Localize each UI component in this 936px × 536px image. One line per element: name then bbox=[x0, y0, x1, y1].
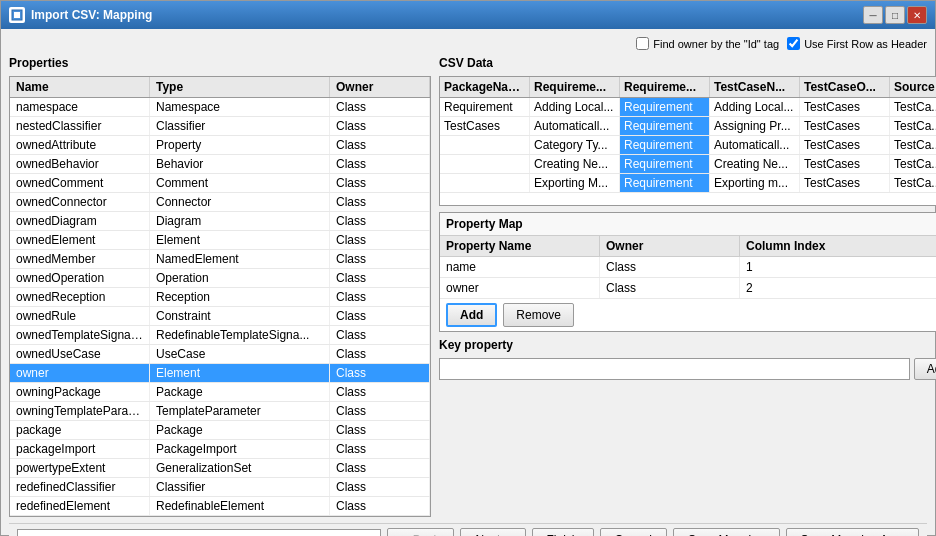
table-row[interactable]: ownedDiagramDiagramClass bbox=[10, 212, 430, 231]
prop-owner-cell: Class bbox=[330, 478, 430, 496]
next-button[interactable]: Next > bbox=[460, 528, 525, 536]
use-first-row-group: Use First Row as Header bbox=[787, 37, 927, 50]
property-map-body: nameClass1ownerClass2 bbox=[440, 257, 936, 299]
find-owner-label: Find owner by the "Id" tag bbox=[653, 38, 779, 50]
window-title: Import CSV: Mapping bbox=[31, 8, 152, 22]
csv-col-header: Requireme... bbox=[530, 77, 620, 97]
table-row[interactable]: ownedUseCaseUseCaseClass bbox=[10, 345, 430, 364]
csv-table-header: PackageName...Requireme...Requireme...Te… bbox=[440, 77, 936, 98]
csv-col-header: TestCaseN... bbox=[710, 77, 800, 97]
property-map-remove-button[interactable]: Remove bbox=[503, 303, 574, 327]
table-row[interactable]: powertypeExtentGeneralizationSetClass bbox=[10, 459, 430, 478]
table-row[interactable]: ownedMemberNamedElementClass bbox=[10, 250, 430, 269]
minimize-button[interactable]: ─ bbox=[863, 6, 883, 24]
key-property-section: Key property Add bbox=[439, 338, 936, 380]
csv-col-header: PackageName... bbox=[440, 77, 530, 97]
prop-type-cell: Element bbox=[150, 231, 330, 249]
csv-cell: Creating Ne... bbox=[710, 155, 800, 173]
prop-name-cell: ownedBehavior bbox=[10, 155, 150, 173]
pm-row[interactable]: nameClass1 bbox=[440, 257, 936, 278]
pm-owner: Class bbox=[600, 278, 740, 298]
csv-cell: TestCa... bbox=[890, 155, 936, 173]
title-bar-left: Import CSV: Mapping bbox=[9, 7, 152, 23]
table-row[interactable]: packagePackageClass bbox=[10, 421, 430, 440]
table-row[interactable]: redefinedElementRedefinableElementClass bbox=[10, 497, 430, 516]
table-row[interactable]: redefinedClassifierClassifierClass bbox=[10, 478, 430, 497]
table-row[interactable]: ownedElementElementClass bbox=[10, 231, 430, 250]
prop-name-cell: namespace bbox=[10, 98, 150, 116]
prop-name-cell: ownedComment bbox=[10, 174, 150, 192]
prop-name-cell: redefinedClassifier bbox=[10, 478, 150, 496]
property-map-header: Property Name Owner Column Index bbox=[440, 236, 936, 257]
use-first-row-checkbox[interactable] bbox=[787, 37, 800, 50]
prop-owner-cell: Class bbox=[330, 250, 430, 268]
title-controls: ─ □ ✕ bbox=[863, 6, 927, 24]
csv-row: TestCasesAutomaticall...RequirementAssig… bbox=[440, 117, 936, 136]
table-row[interactable]: ownerElementClass bbox=[10, 364, 430, 383]
table-row[interactable]: ownedCommentCommentClass bbox=[10, 174, 430, 193]
prop-type-cell: Element bbox=[150, 364, 330, 382]
prop-name-cell: packageImport bbox=[10, 440, 150, 458]
csv-cell: TestCases bbox=[800, 136, 890, 154]
prop-owner-cell: Class bbox=[330, 136, 430, 154]
csv-cell: Requirement bbox=[620, 174, 710, 192]
maximize-button[interactable]: □ bbox=[885, 6, 905, 24]
csv-cell: Exporting m... bbox=[710, 174, 800, 192]
table-row[interactable]: ownedConnectorConnectorClass bbox=[10, 193, 430, 212]
col-header-owner: Owner bbox=[330, 77, 430, 97]
csv-cell bbox=[440, 174, 530, 192]
key-property-row: Add bbox=[439, 358, 936, 380]
table-row[interactable]: owningPackagePackageClass bbox=[10, 383, 430, 402]
finish-button[interactable]: Finish bbox=[532, 528, 594, 536]
find-owner-checkbox[interactable] bbox=[636, 37, 649, 50]
filter-input[interactable] bbox=[17, 529, 381, 536]
csv-cell: Category Ty... bbox=[530, 136, 620, 154]
table-row[interactable]: ownedRuleConstraintClass bbox=[10, 307, 430, 326]
csv-table-body[interactable]: RequirementAdding Local...RequirementAdd… bbox=[440, 98, 936, 205]
csv-cell: Creating Ne... bbox=[530, 155, 620, 173]
table-row[interactable]: nestedClassifierClassifierClass bbox=[10, 117, 430, 136]
prop-name-cell: ownedAttribute bbox=[10, 136, 150, 154]
table-row[interactable]: namespaceNamespaceClass bbox=[10, 98, 430, 117]
prop-type-cell: GeneralizationSet bbox=[150, 459, 330, 477]
key-property-add-button[interactable]: Add bbox=[914, 358, 936, 380]
table-row[interactable]: ownedReceptionReceptionClass bbox=[10, 288, 430, 307]
close-button[interactable]: ✕ bbox=[907, 6, 927, 24]
prop-name-cell: ownedConnector bbox=[10, 193, 150, 211]
pm-col-index: 2 bbox=[740, 278, 936, 298]
table-row[interactable]: ownedAttributePropertyClass bbox=[10, 136, 430, 155]
csv-cell bbox=[440, 155, 530, 173]
properties-table: Name Type Owner namespaceNamespaceClassn… bbox=[9, 76, 431, 517]
property-map-add-button[interactable]: Add bbox=[446, 303, 497, 327]
prop-name-cell: owningTemplateParameter bbox=[10, 402, 150, 420]
table-row[interactable]: packageImportPackageImportClass bbox=[10, 440, 430, 459]
prop-owner-cell: Class bbox=[330, 383, 430, 401]
table-row[interactable]: ownedBehaviorBehaviorClass bbox=[10, 155, 430, 174]
prop-owner-cell: Class bbox=[330, 98, 430, 116]
pm-row[interactable]: ownerClass2 bbox=[440, 278, 936, 299]
properties-title: Properties bbox=[9, 56, 431, 70]
save-mapping-as-button[interactable]: Save Mapping As... bbox=[786, 528, 919, 536]
csv-cell: TestCases bbox=[440, 117, 530, 135]
prop-name-cell: ownedTemplateSignature bbox=[10, 326, 150, 344]
csv-cell: Assigning Pr... bbox=[710, 117, 800, 135]
prop-type-cell: Namespace bbox=[150, 98, 330, 116]
pm-prop-name: owner bbox=[440, 278, 600, 298]
table-row[interactable]: ownedTemplateSignatureRedefinableTemplat… bbox=[10, 326, 430, 345]
pm-prop-name: name bbox=[440, 257, 600, 277]
csv-cell: Automaticall... bbox=[710, 136, 800, 154]
csv-cell: Adding Local... bbox=[530, 98, 620, 116]
table-row[interactable]: owningTemplateParameterTemplateParameter… bbox=[10, 402, 430, 421]
csv-cell bbox=[440, 136, 530, 154]
csv-cell: Requirement bbox=[620, 117, 710, 135]
table-row[interactable]: ownedOperationOperationClass bbox=[10, 269, 430, 288]
cancel-button[interactable]: Cancel bbox=[600, 528, 667, 536]
content-area: Find owner by the "Id" tag Use First Row… bbox=[1, 29, 935, 536]
back-button[interactable]: < Back bbox=[387, 528, 454, 536]
properties-table-body[interactable]: namespaceNamespaceClassnestedClassifierC… bbox=[10, 98, 430, 516]
save-mapping-button[interactable]: Save Mapping bbox=[673, 528, 780, 536]
prop-owner-cell: Class bbox=[330, 459, 430, 477]
csv-table: PackageName...Requireme...Requireme...Te… bbox=[439, 76, 936, 206]
key-property-input[interactable] bbox=[439, 358, 910, 380]
main-area: Properties Name Type Owner namespaceName… bbox=[9, 56, 927, 517]
